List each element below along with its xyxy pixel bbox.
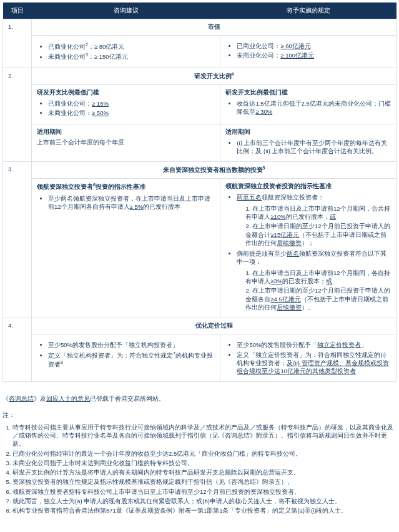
link-responses[interactable]: 回应人士的意见 [46,395,90,402]
header-final: 将予实施的规定 [220,3,397,19]
note-2: 已商业化公司指经审计的最近一个会计年度的收益至少达2.5亿港元「商业化收益门槛」… [12,449,397,458]
row2-right-period: 适用期间 (i) 上市前三个会计年度中有至少两个年度的每年达有关比例；及 (ii… [220,124,397,162]
footer-paragraph: 《咨询总结》及回应人士的意见已登载于香港交易所网站。 [2,394,397,403]
row4-right: 至少50%的发售股份分配予「独立定价投资者」 定义「独立定价投资者」为：符合相同… [220,334,397,382]
row1-title: 市值 [32,19,397,36]
row3-right: 领航资深独立投资者投资的指示性基准 两至五名领航资深独立投资者： 1. 在上市申… [220,179,397,318]
notes-list: 特专科技公司指主要从事应用于特专科技行业可接纳领域内的科学及／或技术的产品及／或… [2,423,397,515]
row2-left-period: 适用期间 上市前三个会计年度的每个年度 [32,124,220,162]
row3-title: 来自资深独立投资者相当数额的投资5 [32,162,397,179]
row1-left: 已商业化公司2：≥ 80亿港元 未商业化公司3：≥ 150亿港元 [32,36,220,68]
note-3: 未商业化公司指于上市时未达到商业化收益门槛的特专科技公司。 [12,459,397,467]
note-5: 资深独立投资者的独立性规定及指示性规模基准或资格规定载列于指引信（见《咨询总结》… [12,478,397,486]
comparison-table: 项目 咨询建议 将予实施的规定 1. 市值 已商业化公司2：≥ 80亿港元 未商… [2,3,397,382]
row4-title: 优化定价过程 [32,318,397,334]
note-1: 特专科技公司指主要从事应用于特专科技行业可接纳领域内的科学及／或技术的产品及／或… [12,423,397,448]
row3-left: 领航资深独立投资者6投资的指示性基准 至少两名领航资深独立投资者，在上市申请当日… [32,179,220,318]
note-6: 领航资深独立投资者指特专科技公司上市申请当日至上市申请前至少12个月前已投资的资… [12,488,397,496]
row2-right-threshold: 研发开支比例最低门槛 收益达1.5亿港元但低于2.5亿港元的未商业化公司：门槛降… [220,85,397,124]
row4-left: 至少50%的发售股份分配予「独立机构投资者」 定义「独立机构投资者」为：符合独立… [32,334,220,382]
row4-num: 4. [3,318,32,382]
note-8: 机构专业投资者指符合香港法例第571章《证券及期货条例》附表一第1部第1条「专业… [12,506,397,514]
note-7: 就此而言，独立人士为(a) 申请人的现有股东或其任何紧密联系人；或(b)申请人的… [12,497,397,505]
row2-left-threshold: 研发开支比例最低门槛 已商业化公司：≥ 15% 未商业化公司：≥ 50% [32,85,220,124]
header-row: 项目 咨询建议 将予实施的规定 [3,3,397,19]
header-consult: 咨询建议 [32,3,220,19]
header-item: 项目 [3,3,32,19]
row1-right: 已商业化公司：≥ 60亿港元 未商业化公司：≥ 100亿港元 [220,36,397,68]
row2-title: 研发开支比例4 [32,68,397,84]
note-4: 研发开支比例的计算方法是将申请人的有关期间内的特专科技产品研发开支总额除以同期的… [12,468,397,476]
row3-num: 3. [3,162,32,318]
row2-num: 2. [3,68,32,161]
notes-label: 注： [2,411,397,419]
link-consultation-conclusion[interactable]: 咨询总结 [9,395,34,402]
row1-num: 1. [3,19,32,68]
